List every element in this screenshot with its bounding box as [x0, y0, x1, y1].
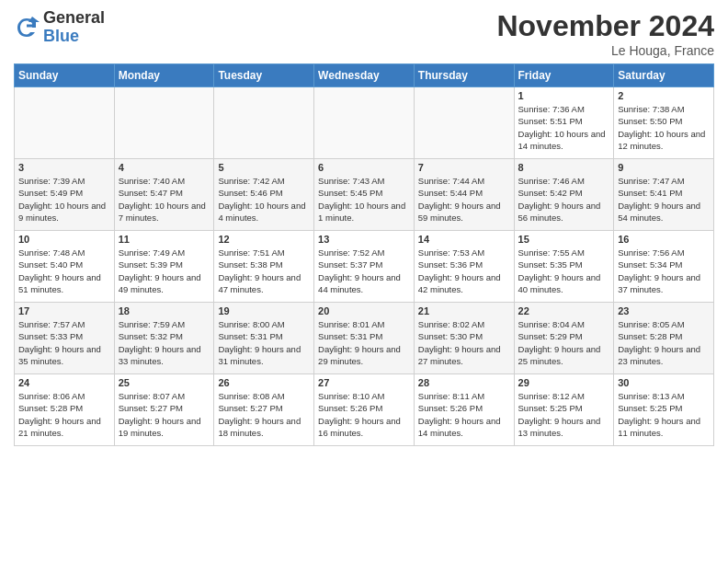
- table-row: 24Sunrise: 8:06 AM Sunset: 5:28 PM Dayli…: [15, 374, 115, 446]
- col-wednesday: Wednesday: [314, 64, 415, 87]
- day-info: Sunrise: 7:57 AM Sunset: 5:33 PM Dayligh…: [18, 318, 110, 367]
- day-number: 7: [418, 162, 510, 173]
- table-row: 12Sunrise: 7:51 AM Sunset: 5:38 PM Dayli…: [214, 231, 314, 303]
- day-number: 21: [418, 305, 510, 316]
- logo-icon: [14, 15, 40, 40]
- logo: General Blue: [14, 9, 105, 46]
- logo-blue-text: Blue: [43, 28, 105, 46]
- day-number: 14: [418, 234, 510, 245]
- day-info: Sunrise: 8:10 AM Sunset: 5:26 PM Dayligh…: [318, 390, 410, 439]
- col-tuesday: Tuesday: [214, 64, 314, 87]
- day-number: 20: [318, 305, 410, 316]
- table-row: [15, 87, 115, 159]
- day-number: 8: [518, 162, 610, 173]
- col-monday: Monday: [114, 64, 214, 87]
- day-number: 15: [518, 234, 610, 245]
- table-row: 16Sunrise: 7:56 AM Sunset: 5:34 PM Dayli…: [614, 231, 714, 303]
- day-info: Sunrise: 7:44 AM Sunset: 5:44 PM Dayligh…: [418, 175, 510, 224]
- day-number: 6: [318, 162, 410, 173]
- calendar-header-row: Sunday Monday Tuesday Wednesday Thursday…: [15, 64, 714, 87]
- table-row: 23Sunrise: 8:05 AM Sunset: 5:28 PM Dayli…: [614, 303, 714, 374]
- table-row: 5Sunrise: 7:42 AM Sunset: 5:46 PM Daylig…: [214, 159, 314, 231]
- table-row: 11Sunrise: 7:49 AM Sunset: 5:39 PM Dayli…: [114, 231, 214, 303]
- day-info: Sunrise: 8:00 AM Sunset: 5:31 PM Dayligh…: [218, 318, 310, 367]
- day-info: Sunrise: 7:38 AM Sunset: 5:50 PM Dayligh…: [618, 103, 710, 152]
- table-row: 8Sunrise: 7:46 AM Sunset: 5:42 PM Daylig…: [514, 159, 614, 231]
- day-number: 27: [318, 377, 410, 388]
- table-row: 22Sunrise: 8:04 AM Sunset: 5:29 PM Dayli…: [514, 303, 614, 374]
- table-row: 4Sunrise: 7:40 AM Sunset: 5:47 PM Daylig…: [114, 159, 214, 231]
- table-row: 29Sunrise: 8:12 AM Sunset: 5:25 PM Dayli…: [514, 374, 614, 446]
- table-row: 25Sunrise: 8:07 AM Sunset: 5:27 PM Dayli…: [114, 374, 214, 446]
- day-info: Sunrise: 7:36 AM Sunset: 5:51 PM Dayligh…: [518, 103, 610, 152]
- table-row: 20Sunrise: 8:01 AM Sunset: 5:31 PM Dayli…: [314, 303, 415, 374]
- day-info: Sunrise: 7:42 AM Sunset: 5:46 PM Dayligh…: [218, 175, 310, 224]
- page: General Blue November 2024 Le Houga, Fra…: [0, 0, 728, 563]
- day-info: Sunrise: 7:49 AM Sunset: 5:39 PM Dayligh…: [119, 247, 210, 295]
- table-row: 30Sunrise: 8:13 AM Sunset: 5:25 PM Dayli…: [614, 374, 714, 446]
- day-number: 3: [18, 162, 110, 173]
- day-info: Sunrise: 8:05 AM Sunset: 5:28 PM Dayligh…: [618, 318, 710, 367]
- day-number: 22: [518, 305, 610, 316]
- table-row: 18Sunrise: 7:59 AM Sunset: 5:32 PM Dayli…: [114, 303, 214, 374]
- logo-general-text: General: [43, 9, 105, 28]
- table-row: 7Sunrise: 7:44 AM Sunset: 5:44 PM Daylig…: [414, 159, 514, 231]
- day-number: 24: [18, 377, 110, 388]
- calendar-week-row: 24Sunrise: 8:06 AM Sunset: 5:28 PM Dayli…: [15, 374, 714, 446]
- day-info: Sunrise: 7:55 AM Sunset: 5:35 PM Dayligh…: [518, 247, 610, 295]
- day-info: Sunrise: 7:48 AM Sunset: 5:40 PM Dayligh…: [18, 247, 110, 295]
- calendar-week-row: 1Sunrise: 7:36 AM Sunset: 5:51 PM Daylig…: [15, 87, 714, 159]
- day-number: 5: [218, 162, 310, 173]
- day-number: 1: [518, 90, 610, 101]
- table-row: 28Sunrise: 8:11 AM Sunset: 5:26 PM Dayli…: [414, 374, 514, 446]
- col-sunday: Sunday: [15, 64, 115, 87]
- day-number: 25: [119, 377, 210, 388]
- table-row: 13Sunrise: 7:52 AM Sunset: 5:37 PM Dayli…: [314, 231, 415, 303]
- day-info: Sunrise: 8:12 AM Sunset: 5:25 PM Dayligh…: [518, 390, 610, 439]
- day-info: Sunrise: 7:59 AM Sunset: 5:32 PM Dayligh…: [119, 318, 210, 367]
- day-info: Sunrise: 7:52 AM Sunset: 5:37 PM Dayligh…: [318, 247, 410, 295]
- table-row: 14Sunrise: 7:53 AM Sunset: 5:36 PM Dayli…: [414, 231, 514, 303]
- location: Le Houga, France: [496, 43, 714, 58]
- col-thursday: Thursday: [414, 64, 514, 87]
- table-row: [414, 87, 514, 159]
- day-info: Sunrise: 8:13 AM Sunset: 5:25 PM Dayligh…: [618, 390, 710, 439]
- day-info: Sunrise: 7:47 AM Sunset: 5:41 PM Dayligh…: [618, 175, 710, 224]
- day-number: 30: [618, 377, 710, 388]
- calendar-week-row: 3Sunrise: 7:39 AM Sunset: 5:49 PM Daylig…: [15, 159, 714, 231]
- logo-text: General Blue: [43, 9, 105, 46]
- table-row: 17Sunrise: 7:57 AM Sunset: 5:33 PM Dayli…: [15, 303, 115, 374]
- day-info: Sunrise: 7:51 AM Sunset: 5:38 PM Dayligh…: [218, 247, 310, 295]
- day-info: Sunrise: 8:02 AM Sunset: 5:30 PM Dayligh…: [418, 318, 510, 367]
- table-row: 2Sunrise: 7:38 AM Sunset: 5:50 PM Daylig…: [614, 87, 714, 159]
- day-number: 12: [218, 234, 310, 245]
- day-info: Sunrise: 8:04 AM Sunset: 5:29 PM Dayligh…: [518, 318, 610, 367]
- title-block: November 2024 Le Houga, France: [496, 9, 714, 58]
- day-number: 29: [518, 377, 610, 388]
- table-row: [114, 87, 214, 159]
- day-info: Sunrise: 7:46 AM Sunset: 5:42 PM Dayligh…: [518, 175, 610, 224]
- day-number: 18: [119, 305, 210, 316]
- day-info: Sunrise: 7:39 AM Sunset: 5:49 PM Dayligh…: [18, 175, 110, 224]
- table-row: [314, 87, 415, 159]
- header: General Blue November 2024 Le Houga, Fra…: [14, 9, 714, 58]
- table-row: 9Sunrise: 7:47 AM Sunset: 5:41 PM Daylig…: [614, 159, 714, 231]
- day-number: 9: [618, 162, 710, 173]
- day-info: Sunrise: 8:07 AM Sunset: 5:27 PM Dayligh…: [119, 390, 210, 439]
- day-info: Sunrise: 8:06 AM Sunset: 5:28 PM Dayligh…: [18, 390, 110, 439]
- day-number: 16: [618, 234, 710, 245]
- col-friday: Friday: [514, 64, 614, 87]
- calendar-week-row: 10Sunrise: 7:48 AM Sunset: 5:40 PM Dayli…: [15, 231, 714, 303]
- day-number: 28: [418, 377, 510, 388]
- day-number: 11: [119, 234, 210, 245]
- day-info: Sunrise: 8:11 AM Sunset: 5:26 PM Dayligh…: [418, 390, 510, 439]
- table-row: 10Sunrise: 7:48 AM Sunset: 5:40 PM Dayli…: [15, 231, 115, 303]
- day-number: 10: [18, 234, 110, 245]
- table-row: 3Sunrise: 7:39 AM Sunset: 5:49 PM Daylig…: [15, 159, 115, 231]
- day-number: 23: [618, 305, 710, 316]
- table-row: 6Sunrise: 7:43 AM Sunset: 5:45 PM Daylig…: [314, 159, 415, 231]
- table-row: 21Sunrise: 8:02 AM Sunset: 5:30 PM Dayli…: [414, 303, 514, 374]
- table-row: 27Sunrise: 8:10 AM Sunset: 5:26 PM Dayli…: [314, 374, 415, 446]
- table-row: 1Sunrise: 7:36 AM Sunset: 5:51 PM Daylig…: [514, 87, 614, 159]
- calendar-week-row: 17Sunrise: 7:57 AM Sunset: 5:33 PM Dayli…: [15, 303, 714, 374]
